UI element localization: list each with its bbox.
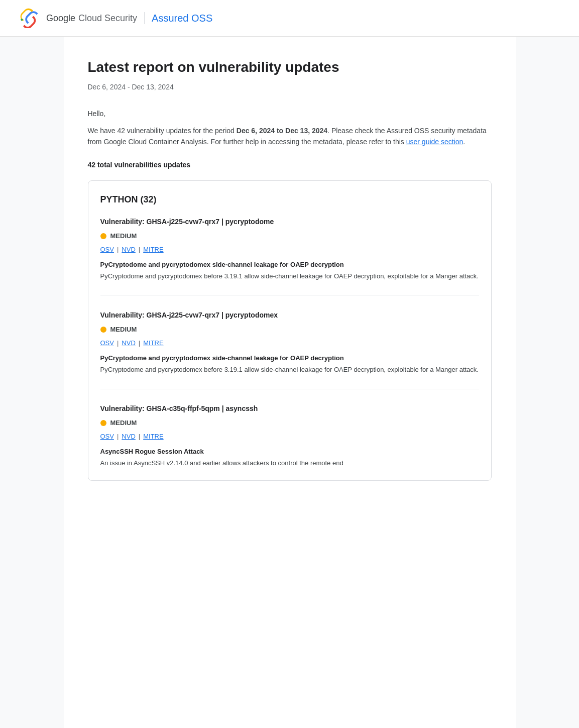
total-vulnerabilities-label: 42 total vulnerabilities updates: [88, 160, 492, 170]
vuln-summary-3: AsyncSSH Rogue Session Attack: [100, 447, 479, 457]
language-header: PYTHON (32): [100, 193, 479, 206]
header-divider: [144, 12, 145, 24]
osv-link-3[interactable]: OSV: [100, 432, 114, 442]
link-separator-1b: |: [139, 245, 140, 255]
page-header: Google Cloud Security Assured OSS: [0, 0, 579, 37]
mitre-link-1[interactable]: MITRE: [143, 245, 163, 255]
google-label: Google: [46, 12, 75, 25]
date-range: Dec 6, 2024 - Dec 13, 2024: [88, 82, 492, 92]
vuln-summary-1: PyCryptodome and pycryptodomex side-chan…: [100, 260, 479, 270]
link-separator-2b: |: [139, 338, 140, 348]
link-separator-1a: |: [117, 245, 119, 255]
vuln-desc-1: PyCryptodome and pycryptodomex before 3.…: [100, 271, 479, 281]
osv-link-1[interactable]: OSV: [100, 245, 114, 255]
mitre-link-2[interactable]: MITRE: [143, 338, 163, 348]
severity-dot-1: [100, 233, 106, 239]
product-label: Cloud Security: [78, 12, 137, 25]
nvd-link-1[interactable]: NVD: [122, 245, 135, 255]
greeting-text: Hello,: [88, 109, 492, 119]
links-row-3: OSV | NVD | MITRE: [100, 432, 479, 442]
vulnerability-item-2: Vulnerability: GHSA-j225-cvw7-qrx7 | pyc…: [100, 310, 479, 389]
vulnerability-card: PYTHON (32) Vulnerability: GHSA-j225-cvw…: [88, 180, 492, 481]
severity-row-1: MEDIUM: [100, 231, 479, 241]
vuln-name-1: Vulnerability: GHSA-j225-cvw7-qrx7 | pyc…: [100, 217, 479, 227]
links-row-2: OSV | NVD | MITRE: [100, 338, 479, 348]
osv-link-2[interactable]: OSV: [100, 338, 114, 348]
nvd-link-2[interactable]: NVD: [122, 338, 135, 348]
links-row-1: OSV | NVD | MITRE: [100, 245, 479, 255]
severity-row-2: MEDIUM: [100, 325, 479, 335]
mitre-link-3[interactable]: MITRE: [143, 432, 163, 442]
google-cloud-icon: [16, 8, 40, 28]
severity-label-1: MEDIUM: [110, 231, 137, 241]
report-title: Latest report on vulnerability updates: [88, 57, 492, 78]
google-logo: [16, 8, 40, 28]
link-separator-3b: |: [139, 432, 140, 442]
vuln-name-2: Vulnerability: GHSA-j225-cvw7-qrx7 | pyc…: [100, 310, 479, 321]
severity-dot-2: [100, 327, 106, 333]
intro-paragraph: We have 42 vulnerability updates for the…: [88, 125, 492, 148]
vuln-desc-3: An issue in AsyncSSH v2.14.0 and earlier…: [100, 458, 479, 468]
main-content: Latest report on vulnerability updates D…: [64, 37, 516, 728]
link-separator-2a: |: [117, 338, 119, 348]
vulnerability-item-1: Vulnerability: GHSA-j225-cvw7-qrx7 | pyc…: [100, 217, 479, 296]
severity-label-3: MEDIUM: [110, 418, 137, 428]
bold-date-range: Dec 6, 2024 to Dec 13, 2024: [237, 127, 327, 135]
severity-row-3: MEDIUM: [100, 418, 479, 428]
vuln-desc-2: PyCryptodome and pycryptodomex before 3.…: [100, 365, 479, 375]
vuln-summary-2: PyCryptodome and pycryptodomex side-chan…: [100, 353, 479, 363]
vulnerability-item-3: Vulnerability: GHSA-c35q-ffpf-5qpm | asy…: [100, 403, 479, 468]
assured-oss-label: Assured OSS: [152, 11, 212, 26]
vuln-name-3: Vulnerability: GHSA-c35q-ffpf-5qpm | asy…: [100, 403, 479, 414]
severity-dot-3: [100, 420, 106, 426]
link-separator-3a: |: [117, 432, 119, 442]
brand-text: Google Cloud Security Assured OSS: [46, 11, 212, 26]
nvd-link-3[interactable]: NVD: [122, 432, 135, 442]
user-guide-link[interactable]: user guide section: [406, 138, 464, 146]
severity-label-2: MEDIUM: [110, 325, 137, 335]
